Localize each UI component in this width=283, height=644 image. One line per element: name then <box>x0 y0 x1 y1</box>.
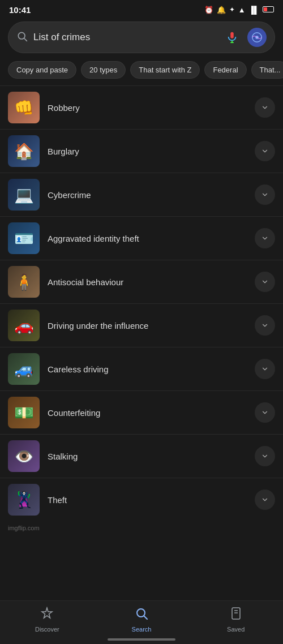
list-item[interactable]: 💵Counterfeiting <box>0 390 283 434</box>
expand-button[interactable] <box>255 184 275 205</box>
svg-line-1 <box>24 38 27 41</box>
lens-button[interactable] <box>247 28 267 47</box>
chips-container: Copy and paste20 typesThat start with ZF… <box>0 59 283 85</box>
crime-thumbnail: 💻 <box>8 179 40 211</box>
search-query: List of crimes <box>33 32 217 43</box>
list-item[interactable]: 🦹Theft <box>0 478 283 521</box>
notification-icon: 🔔 <box>217 6 226 14</box>
list-item[interactable]: 👊Robbery <box>0 85 283 129</box>
list-item[interactable]: 💻Cybercrime <box>0 173 283 216</box>
crime-list: 👊Robbery🏠Burglary💻Cybercrime🪪Aggravated … <box>0 85 283 521</box>
search-actions <box>222 28 267 47</box>
wifi-icon: ▲ <box>238 6 246 14</box>
expand-button[interactable] <box>255 315 275 336</box>
crime-thumbnail: 🚙 <box>8 353 40 385</box>
bluetooth-icon: ✦ <box>229 6 235 14</box>
expand-button[interactable] <box>255 446 275 466</box>
chip-chip-federal[interactable]: Federal <box>204 61 246 79</box>
crime-name: Antisocial behaviour <box>48 277 255 287</box>
nav-label-saved: Saved <box>227 626 245 633</box>
chip-chip-20[interactable]: 20 types <box>81 61 126 79</box>
nav-item-search[interactable]: Search <box>95 607 189 633</box>
nav-icon-search <box>135 607 148 624</box>
chip-chip-more[interactable]: That... <box>251 61 283 79</box>
list-item[interactable]: 🚗Driving under the influence <box>0 303 283 347</box>
list-item[interactable]: 🪪Aggravated identity theft <box>0 216 283 260</box>
crime-name: Cybercrime <box>48 190 255 200</box>
crime-name: Robbery <box>48 103 255 113</box>
crime-thumbnail: 🚗 <box>8 310 40 341</box>
status-time: 10:41 <box>9 5 31 15</box>
expand-button[interactable] <box>255 141 275 161</box>
crime-thumb-icon: 💵 <box>8 397 40 428</box>
crime-name: Theft <box>48 495 255 505</box>
crime-thumbnail: 💵 <box>8 397 40 428</box>
nav-icon-saved <box>229 607 243 624</box>
crime-name: Counterfeiting <box>48 408 255 418</box>
status-icons: ⏰ 🔔 ✦ ▲ ▐▌ <box>204 5 274 15</box>
crime-thumb-icon: 🚙 <box>8 353 40 385</box>
crime-thumb-icon: 🏠 <box>8 135 40 167</box>
svg-rect-2 <box>230 32 234 38</box>
alarm-icon: ⏰ <box>204 6 213 14</box>
crime-thumb-icon: 🪪 <box>8 222 40 254</box>
crime-name: Careless driving <box>48 364 255 374</box>
crime-name: Stalking <box>48 452 255 461</box>
crime-thumb-icon: 🦹 <box>8 484 40 516</box>
list-item[interactable]: 🧍Antisocial behaviour <box>0 260 283 303</box>
expand-button[interactable] <box>255 490 275 510</box>
nav-item-discover[interactable]: Discover <box>0 607 95 633</box>
bottom-nav: DiscoverSearchSaved <box>0 600 283 644</box>
crime-thumb-icon: 🧍 <box>8 266 40 298</box>
signal-icon: ▐▌ <box>249 6 259 14</box>
crime-thumbnail: 🏠 <box>8 135 40 167</box>
nav-label-discover: Discover <box>35 626 59 633</box>
crime-thumb-icon: 🚗 <box>8 310 40 341</box>
footer-text: imgflip.com <box>8 525 40 531</box>
list-item[interactable]: 👁️Stalking <box>0 434 283 478</box>
list-item[interactable]: 🏠Burglary <box>0 129 283 173</box>
battery-icon <box>263 5 274 15</box>
nav-icon-discover <box>40 607 54 624</box>
expand-button[interactable] <box>255 402 275 423</box>
search-icon <box>16 31 28 45</box>
crime-name: Burglary <box>48 147 255 156</box>
nav-label-search: Search <box>132 626 152 633</box>
expand-button[interactable] <box>255 97 275 118</box>
list-item[interactable]: 🚙Careless driving <box>0 347 283 390</box>
expand-button[interactable] <box>255 359 275 379</box>
status-bar: 10:41 ⏰ 🔔 ✦ ▲ ▐▌ <box>0 0 283 17</box>
crime-thumb-icon: 💻 <box>8 179 40 211</box>
footer: imgflip.com <box>0 521 283 577</box>
svg-rect-9 <box>232 608 240 619</box>
svg-line-8 <box>144 616 148 620</box>
crime-thumbnail: 👊 <box>8 92 40 123</box>
expand-button[interactable] <box>255 228 275 248</box>
nav-item-saved[interactable]: Saved <box>188 607 283 633</box>
nav-indicator <box>108 638 175 641</box>
crime-thumbnail: 🦹 <box>8 484 40 516</box>
expand-button[interactable] <box>255 272 275 292</box>
chip-chip-z[interactable]: That start with Z <box>130 61 200 79</box>
search-bar-container: List of crimes <box>0 17 283 59</box>
crime-name: Aggravated identity theft <box>48 234 255 243</box>
crime-thumbnail: 🪪 <box>8 222 40 254</box>
crime-thumbnail: 👁️ <box>8 440 40 472</box>
search-bar[interactable]: List of crimes <box>8 22 275 53</box>
crime-thumb-icon: 👊 <box>8 92 40 123</box>
crime-thumbnail: 🧍 <box>8 266 40 298</box>
mic-button[interactable] <box>222 28 242 47</box>
chip-chip-copy[interactable]: Copy and paste <box>8 61 76 79</box>
crime-thumb-icon: 👁️ <box>8 440 40 472</box>
crime-name: Driving under the influence <box>48 321 255 330</box>
